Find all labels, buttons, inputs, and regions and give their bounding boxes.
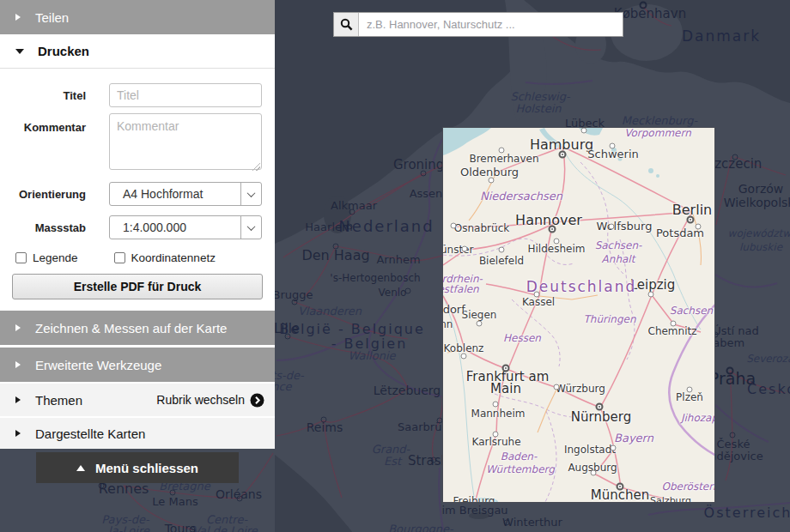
map-place-dot <box>549 226 556 233</box>
create-pdf-button[interactable]: Erstelle PDF für Druck <box>12 274 263 299</box>
map-label: Anhalt <box>602 253 635 265</box>
section-label: Drucken <box>38 44 89 58</box>
map-place-dot <box>671 321 677 327</box>
map-label: Oldenburg <box>460 166 519 178</box>
print-preview-extent: HamburgHannoverBerlinLeipzigNürnbergMünc… <box>442 127 715 503</box>
title-row: Titel <box>0 83 275 107</box>
search-input[interactable] <box>359 13 623 36</box>
map-label: Bielefeld <box>479 255 524 267</box>
map-place-dot <box>170 490 176 496</box>
map-place-dot <box>499 247 505 253</box>
sidebar-item-dargestellte-karten[interactable]: Dargestellte Karten <box>0 418 275 449</box>
search-bar <box>333 12 623 37</box>
search-icon <box>334 13 359 36</box>
title-input[interactable] <box>109 83 262 107</box>
map-place-dot <box>687 216 695 224</box>
map-label: Freiburg <box>453 495 495 503</box>
legend-label: Legende <box>33 251 78 264</box>
resize-grip-icon[interactable] <box>252 163 260 171</box>
orientation-row: Orientierung A4 Hochformat <box>0 182 275 206</box>
map-place-dot <box>499 148 505 154</box>
map-label: Bonn <box>442 318 453 330</box>
map-label: Chemnitz <box>648 325 697 337</box>
map-label: Nordrhein- <box>442 273 483 285</box>
section-label: Themen <box>35 393 82 408</box>
map-place-dot <box>421 171 427 177</box>
map-place-dot <box>321 417 327 423</box>
grid-checkbox[interactable] <box>114 252 125 263</box>
map-place-dot <box>493 432 499 438</box>
map-place-dot <box>696 224 702 230</box>
map-place-dot <box>732 154 738 160</box>
comment-label: Kommentar <box>0 113 86 134</box>
select-arrow <box>240 216 261 239</box>
map-place-dot <box>237 496 243 502</box>
rubrik-wechseln-link[interactable]: Rubrik wechseln <box>156 393 245 407</box>
map-place-dot <box>405 288 411 294</box>
orientation-select[interactable]: A4 Hochformat <box>109 182 262 206</box>
select-arrow <box>240 183 261 205</box>
sidebar-item-drucken[interactable]: Drucken <box>0 34 275 69</box>
map-place-dot <box>648 292 654 298</box>
chevron-down-icon <box>15 49 24 54</box>
map-place-dot <box>504 520 510 526</box>
grid-label: Koordinatennetz <box>131 251 216 264</box>
map-place-dot <box>347 224 353 230</box>
map-label: Westfalen <box>442 283 479 295</box>
scale-value: 1:4.000.000 <box>110 221 240 234</box>
map-label: Würzburg <box>556 383 605 395</box>
map-place-dot <box>349 209 356 215</box>
map-label: Osnabrück <box>454 222 509 234</box>
title-label: Titel <box>0 89 86 102</box>
map-place-dot <box>489 178 495 184</box>
map-place-dot <box>611 445 617 451</box>
sidebar-item-teilen[interactable]: Teilen <box>0 0 275 34</box>
map-place-dot <box>559 151 567 159</box>
map-place-dot <box>493 402 499 408</box>
map-label: Oberösterreich <box>661 481 715 493</box>
map-label: Jihozapad <box>681 412 715 424</box>
map-label: Thüringen <box>583 313 635 325</box>
chevron-right-icon <box>15 361 21 368</box>
sidebar-item-themen[interactable]: Themen Rubrik wechseln <box>0 384 275 416</box>
chevron-right-icon <box>15 324 21 331</box>
map-label: Deutschland <box>526 278 637 295</box>
map-label: Ingolstadt <box>564 444 616 456</box>
map-label: Sachsen <box>670 305 713 317</box>
map-place-dot <box>333 244 339 250</box>
chevron-down-icon <box>247 189 256 197</box>
menu-close-button[interactable]: Menü schliessen <box>36 452 239 483</box>
checkbox-row: Legende Koordinatennetz <box>0 251 275 264</box>
map-label: Karlsruhe <box>471 436 520 448</box>
map-label: Plzeň <box>676 391 703 403</box>
arrow-right-circle-icon[interactable] <box>250 393 264 408</box>
map-place-dot <box>502 365 510 372</box>
scale-select[interactable]: 1:4.000.000 <box>109 215 262 239</box>
sidebar-item-erweiterte-werkzeuge[interactable]: Erweiterte Werkzeuge <box>0 348 275 382</box>
map-label: Münster <box>442 244 473 256</box>
map-label: Vorpommern <box>624 127 691 139</box>
map-place-dot <box>285 334 291 340</box>
map-place-dot <box>596 403 604 411</box>
map-place-dot <box>617 483 624 491</box>
map-label: Siegen <box>462 309 497 321</box>
map-label: Baden- <box>501 450 538 462</box>
map-label: Kassel <box>522 296 555 308</box>
comment-textarea[interactable] <box>109 113 262 170</box>
map-label: Wolfsburg <box>597 220 653 233</box>
map-place-dot <box>190 527 196 532</box>
sidebar-item-zeichnen-messen[interactable]: Zeichnen & Messen auf der Karte <box>0 311 275 345</box>
map-place-dot <box>451 223 457 229</box>
map-place-dot <box>554 384 560 390</box>
grid-checkbox-item: Koordinatennetz <box>114 251 216 264</box>
chevron-right-icon <box>15 396 21 403</box>
orientation-value: A4 Hochformat <box>110 187 240 201</box>
map-place-dot <box>431 457 437 463</box>
chevron-right-icon <box>15 14 21 21</box>
map-label: Düsseldorf <box>442 303 465 316</box>
map-place-dot <box>461 354 467 360</box>
legend-checkbox[interactable] <box>15 252 27 263</box>
scale-row: Massstab 1:4.000.000 <box>0 215 275 239</box>
map-place-dot <box>477 321 483 327</box>
map-place-dot <box>581 128 587 134</box>
